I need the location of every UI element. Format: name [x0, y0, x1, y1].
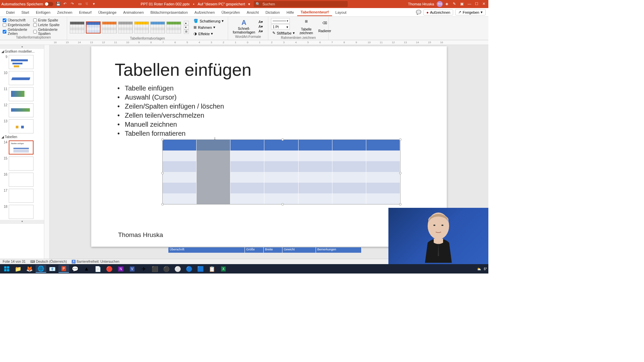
chk-letzte-spalte[interactable]: Letzte Spalte: [33, 23, 64, 27]
styles-more-icon[interactable]: ⊟: [184, 29, 189, 34]
firefox-icon[interactable]: 🦊: [24, 265, 35, 273]
more-icon[interactable]: ▾: [93, 2, 98, 6]
tab-ueberpruefen[interactable]: Überprüfen: [218, 9, 243, 16]
tab-dictation[interactable]: Dictation: [262, 9, 283, 16]
touch-icon[interactable]: ☟: [86, 2, 90, 6]
app-icon[interactable]: 🟦: [195, 265, 206, 273]
tab-ansicht[interactable]: Ansicht: [243, 9, 262, 16]
telegram-icon[interactable]: ✈: [138, 265, 149, 273]
share-button[interactable]: ↗Freigeben▾: [455, 9, 486, 15]
slide-table[interactable]: [162, 139, 400, 204]
styles-down-icon[interactable]: ▾: [184, 25, 189, 29]
app-icon[interactable]: 📄: [93, 265, 103, 273]
table-style-1[interactable]: [70, 21, 85, 34]
weather-icon[interactable]: ⛅: [477, 267, 481, 271]
slide-panel[interactable]: ▴ ◢ Grafiken modellier... 9 10 11 12 13 …: [0, 45, 44, 259]
tab-zeichnen[interactable]: Zeichnen: [54, 9, 75, 16]
table-style-2[interactable]: [86, 21, 101, 34]
comments-icon[interactable]: 💬: [416, 10, 421, 15]
language-status[interactable]: ⌨ Deutsch (Österreich): [30, 260, 67, 263]
window-icon[interactable]: ▣: [460, 2, 465, 6]
table-style-6[interactable]: [150, 21, 165, 34]
app-icon[interactable]: 📋: [207, 265, 217, 273]
tab-aufzeichnen[interactable]: Aufzeichnen: [191, 9, 218, 16]
explorer-icon[interactable]: 📁: [13, 265, 23, 273]
slide-counter[interactable]: Folie 14 von 31: [3, 260, 25, 263]
powerpoint-icon[interactable]: P: [58, 265, 69, 273]
visio-icon[interactable]: V: [127, 265, 138, 273]
chevron-down-icon[interactable]: ▾: [248, 2, 250, 6]
maximize-icon[interactable]: ☐: [475, 2, 480, 6]
record-button[interactable]: ●Aufzeichnen: [423, 9, 453, 15]
slide-thumb-12[interactable]: 12: [0, 102, 44, 118]
close-icon[interactable]: ✕: [482, 2, 487, 6]
temperature[interactable]: 6°: [484, 267, 487, 271]
text-fill-icon[interactable]: A▾: [259, 20, 263, 24]
section-grafiken[interactable]: ◢ Grafiken modellier...: [0, 49, 44, 54]
tab-hilfe[interactable]: Hilfe: [283, 9, 297, 16]
onenote-icon[interactable]: N: [115, 265, 126, 273]
minimize-icon[interactable]: —: [468, 2, 472, 6]
tab-tabellenentwurf[interactable]: Tabellenentwurf: [297, 9, 332, 16]
quick-styles-button[interactable]: A Schnell- formatvorlagen: [231, 18, 257, 35]
text-effects-icon[interactable]: A▾: [259, 29, 263, 34]
user-name[interactable]: Thomas Hruska: [408, 2, 434, 6]
chk-geb-zeilen[interactable]: Gebänderte Zeilen: [3, 27, 32, 36]
scroll-up-icon[interactable]: ▴: [0, 45, 44, 49]
pen-icon[interactable]: ✎: [453, 2, 458, 6]
tab-uebergaenge[interactable]: Übergänge: [95, 9, 120, 16]
vlc-icon[interactable]: ▲: [81, 265, 92, 273]
autosave-toggle[interactable]: Automatisches Speichern: [1, 2, 53, 6]
chk-geb-spalten[interactable]: Gebänderte Spalten: [33, 27, 64, 36]
tab-bildschirm[interactable]: Bildschirmpräsentation: [147, 9, 191, 16]
chk-ergebniszeile[interactable]: Ergebniszeile: [3, 23, 32, 27]
obs-icon[interactable]: ⚫: [161, 265, 172, 273]
app-icon[interactable]: 🔴: [104, 265, 115, 273]
tab-einfuegen[interactable]: Einfügen: [33, 9, 54, 16]
shading-button[interactable]: 🪣Schattierung▾: [192, 18, 225, 24]
diamond-icon[interactable]: ◈: [445, 2, 450, 6]
app-icon[interactable]: ⬛: [150, 265, 160, 273]
styles-up-icon[interactable]: ▴: [184, 21, 189, 25]
pen-color-button[interactable]: ✎Stiftfarbe▾: [271, 30, 296, 36]
redo-icon[interactable]: ↷: [71, 2, 75, 6]
app-icon[interactable]: 🔵: [184, 265, 195, 273]
eraser-button[interactable]: ⌫Radierer: [316, 20, 333, 34]
excel-icon[interactable]: X: [218, 265, 229, 273]
slide-thumb-11[interactable]: 11: [0, 86, 44, 102]
borders-button[interactable]: ⊞Rahmen▾: [192, 24, 225, 30]
chrome-icon[interactable]: 🌐: [36, 265, 46, 273]
avatar[interactable]: TH: [437, 1, 443, 7]
chk-ueberschrift[interactable]: Überschrift: [3, 18, 32, 22]
tab-layout[interactable]: Layout: [332, 9, 350, 16]
section-tabellen[interactable]: ◢ Tabellen: [0, 134, 44, 139]
slide-thumb-13[interactable]: 13: [0, 118, 44, 134]
table-style-5[interactable]: [134, 21, 149, 34]
tab-animationen[interactable]: Animationen: [120, 9, 147, 16]
slide-thumb-18[interactable]: 18: [0, 204, 44, 220]
tab-datei[interactable]: Datei: [3, 9, 18, 16]
slide-thumb-9[interactable]: 9: [0, 54, 44, 70]
bullet-list[interactable]: Tabelle einfügen Auswahl (Cursor) Zeilen…: [115, 84, 423, 137]
draw-table-button[interactable]: ⊞Tabelle zeichnen: [298, 19, 315, 36]
accessibility-status[interactable]: ♿ Barrierefreiheit: Untersuchen: [71, 260, 119, 263]
outlook-icon[interactable]: 📧: [47, 265, 58, 273]
tab-entwurf[interactable]: Entwurf: [76, 9, 95, 16]
search-box[interactable]: 🔍: [254, 1, 347, 7]
save-icon[interactable]: 💾: [56, 2, 61, 6]
chk-erste-spalte[interactable]: Erste Spalte: [33, 18, 64, 22]
slide-thumb-16[interactable]: 16: [0, 172, 44, 188]
slide-thumb-14[interactable]: 14Tabellen einfügen: [0, 139, 44, 156]
effects-button[interactable]: ◑Effekte▾: [192, 31, 225, 37]
slide-thumb-10[interactable]: 10: [0, 70, 44, 86]
app-icon[interactable]: ⚪: [172, 265, 183, 273]
table-style-7[interactable]: [166, 21, 181, 34]
table-style-3[interactable]: [102, 21, 117, 34]
table-style-4[interactable]: [118, 21, 133, 34]
tab-start[interactable]: Start: [18, 9, 33, 16]
undo-icon[interactable]: ↶: [63, 2, 68, 6]
pen-style-select[interactable]: ▾: [271, 18, 290, 23]
slideshow-icon[interactable]: ▭: [78, 2, 83, 6]
app-icon[interactable]: 💬: [70, 265, 80, 273]
scroll-down-icon[interactable]: ▾: [0, 220, 44, 224]
